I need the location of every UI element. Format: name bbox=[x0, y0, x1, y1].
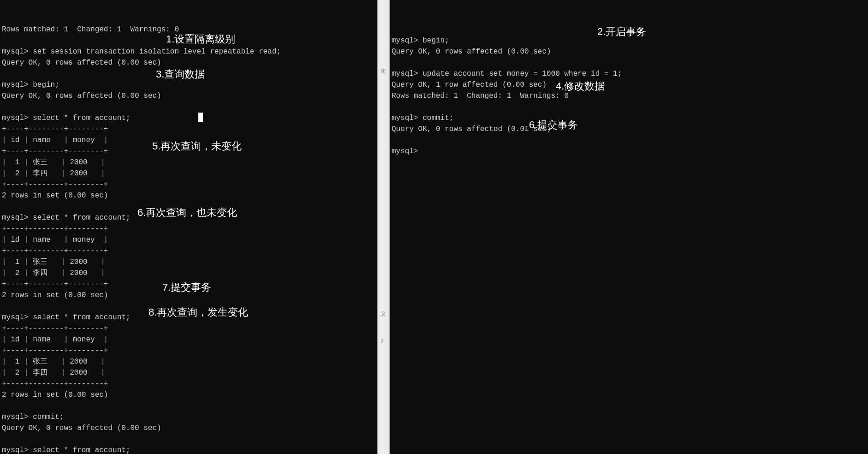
terminal-line: +----+--------+--------+ bbox=[2, 124, 377, 135]
annotation-label: 1.设置隔离级别 bbox=[166, 31, 235, 47]
terminal-line bbox=[392, 102, 868, 113]
terminal-line: | 1 | 张三 | 2000 | bbox=[2, 157, 377, 168]
left-terminal-content: Rows matched: 1 Changed: 1 Warnings: 0my… bbox=[2, 24, 377, 454]
terminal-line: Query OK, 0 rows affected (0.00 sec) bbox=[2, 423, 377, 434]
annotation-label: 3.查询数据 bbox=[156, 66, 205, 82]
terminal-line: +----+--------+--------+ bbox=[2, 323, 377, 334]
terminal-line bbox=[2, 102, 377, 113]
terminal-line: mysql> select * from account; bbox=[2, 445, 377, 454]
left-terminal[interactable]: Rows matched: 1 Changed: 1 Warnings: 0my… bbox=[0, 0, 377, 454]
terminal-line: | 2 | 李四 | 2000 | bbox=[2, 168, 377, 179]
terminal-line: Query OK, 0 rows affected (0.01 sec) bbox=[392, 124, 868, 135]
gap-fragment: 化 bbox=[380, 67, 386, 75]
terminal-line: 2 rows in set (0.00 sec) bbox=[2, 190, 377, 201]
terminal-line bbox=[2, 400, 377, 412]
terminal-line: mysql> select * from account; bbox=[2, 113, 377, 124]
terminal-line: mysql> set session transaction isolation… bbox=[2, 46, 377, 57]
right-terminal-content: mysql> begin;Query OK, 0 rows affected (… bbox=[392, 24, 868, 157]
terminal-line: mysql> update account set money = 1000 w… bbox=[392, 68, 868, 79]
terminal-divider: 化义2 bbox=[377, 0, 390, 454]
terminal-line: +----+--------+--------+ bbox=[2, 223, 377, 234]
terminal-line: | 1 | 张三 | 2000 | bbox=[2, 356, 377, 367]
terminal-line: mysql> bbox=[392, 146, 868, 157]
terminal-line: +----+--------+--------+ bbox=[2, 179, 377, 190]
annotation-label: 4.修改数据 bbox=[556, 78, 605, 94]
terminal-line bbox=[392, 135, 868, 146]
terminal-line: | id | name | money | bbox=[2, 234, 377, 245]
terminal-line: Rows matched: 1 Changed: 1 Warnings: 0 bbox=[392, 90, 868, 102]
terminal-line: +----+--------+--------+ bbox=[2, 245, 377, 257]
terminal-line: +----+--------+--------+ bbox=[2, 378, 377, 389]
annotation-label: 6.提交事务 bbox=[529, 117, 578, 132]
annotation-label: 2.开启事务 bbox=[597, 24, 646, 39]
gap-fragment: 2 bbox=[380, 339, 384, 345]
terminal-line: mysql> commit; bbox=[2, 412, 377, 423]
annotation-label: 5.再次查询，未变化 bbox=[152, 138, 242, 154]
terminal-line: | 1 | 张三 | 2000 | bbox=[2, 257, 377, 268]
terminal-line: Query OK, 0 rows affected (0.00 sec) bbox=[392, 46, 868, 57]
terminal-line: Query OK, 0 rows affected (0.00 sec) bbox=[2, 90, 377, 102]
terminal-line: | 2 | 李四 | 2000 | bbox=[2, 367, 377, 378]
terminal-line: Query OK, 1 row affected (0.00 sec) bbox=[392, 79, 868, 90]
annotation-label: 7.提交事务 bbox=[162, 280, 211, 295]
annotation-label: 6.再次查询，也未变化 bbox=[137, 205, 237, 220]
terminal-cursor bbox=[198, 113, 203, 122]
terminal-line bbox=[2, 434, 377, 445]
terminal-line: +----+--------+--------+ bbox=[2, 345, 377, 356]
terminal-line bbox=[392, 57, 868, 68]
right-terminal[interactable]: mysql> begin;Query OK, 0 rows affected (… bbox=[390, 0, 868, 454]
terminal-line: | 2 | 李四 | 2000 | bbox=[2, 268, 377, 279]
terminal-line: | id | name | money | bbox=[2, 334, 377, 345]
annotation-label: 8.再次查询，发生变化 bbox=[149, 305, 248, 320]
terminal-line: 2 rows in set (0.00 sec) bbox=[2, 389, 377, 400]
gap-fragment: 义 bbox=[380, 310, 386, 318]
terminal-line: mysql> commit; bbox=[392, 113, 868, 124]
